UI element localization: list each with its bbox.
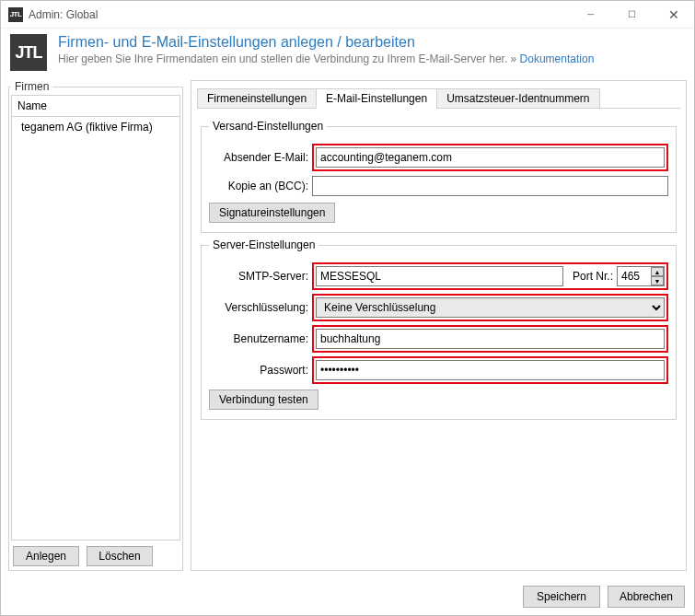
smtp-label: SMTP-Server: <box>209 270 312 283</box>
footer: Speichern Abbrechen <box>1 578 694 615</box>
window-title: Admin: Global <box>29 8 570 21</box>
titlebar: JTL Admin: Global ─ ☐ ✕ <box>1 1 694 29</box>
main-panel: Firmeneinstellungen E-Mail-Einstellungen… <box>191 80 687 571</box>
column-header-name[interactable]: Name <box>11 95 180 117</box>
sender-email-input[interactable] <box>316 147 665 168</box>
smtp-server-input[interactable] <box>316 266 563 286</box>
versand-group: Versand-Einstellungen Absender E-Mail: K… <box>201 120 677 233</box>
tab-bar: Firmeneinstellungen E-Mail-Einstellungen… <box>197 87 680 109</box>
tab-pane-email: Versand-Einstellungen Absender E-Mail: K… <box>197 109 680 564</box>
password-input[interactable] <box>316 360 665 380</box>
password-label: Passwort: <box>209 364 312 377</box>
window: JTL Admin: Global ─ ☐ ✕ JTL Firmen- und … <box>0 0 695 616</box>
page-title: Firmen- und E-Mail-Einstellungen anlegen… <box>58 34 594 51</box>
server-legend: Server-Einstellungen <box>209 238 319 251</box>
bcc-input[interactable] <box>312 176 668 196</box>
maximize-button[interactable]: ☐ <box>611 1 653 28</box>
documentation-link[interactable]: Dokumentation <box>520 52 595 65</box>
sidebar: Firmen Name teganem AG (fiktive Firma) A… <box>8 80 183 571</box>
sidebar-group: Firmen Name teganem AG (fiktive Firma) A… <box>8 80 183 571</box>
close-button[interactable]: ✕ <box>653 1 694 28</box>
bcc-label: Kopie an (BCC): <box>209 180 312 192</box>
app-icon: JTL <box>8 7 23 22</box>
sender-email-label: Absender E-Mail: <box>209 151 312 164</box>
server-group: Server-Einstellungen SMTP-Server: Port N… <box>201 238 677 420</box>
sidebar-legend: Firmen <box>11 80 52 93</box>
tab-email-einstellungen[interactable]: E-Mail-Einstellungen <box>316 88 437 109</box>
test-connection-button[interactable]: Verbindung testen <box>209 389 319 410</box>
list-item[interactable]: teganem AG (fiktive Firma) <box>12 117 180 137</box>
delete-button[interactable]: Löschen <box>87 546 153 566</box>
tab-ust-id[interactable]: Umsatzsteuer-Identnummern <box>436 88 599 109</box>
logo-icon: JTL <box>10 34 47 71</box>
encryption-label: Verschlüsselung: <box>209 301 312 314</box>
signature-settings-button[interactable]: Signatureinstellungen <box>209 203 335 223</box>
username-input[interactable] <box>316 329 665 349</box>
port-spin-down[interactable]: ▼ <box>651 276 664 285</box>
versand-legend: Versand-Einstellungen <box>209 120 327 133</box>
port-spin-up[interactable]: ▲ <box>651 267 664 276</box>
header: JTL Firmen- und E-Mail-Einstellungen anl… <box>1 29 694 80</box>
port-label: Port Nr.: <box>567 270 613 283</box>
add-button[interactable]: Anlegen <box>13 546 79 566</box>
username-label: Benutzername: <box>209 332 312 345</box>
encryption-select[interactable]: Keine Verschlüsselung <box>316 297 665 318</box>
page-subtitle: Hier geben Sie Ihre Firmendaten ein und … <box>58 52 594 65</box>
minimize-button[interactable]: ─ <box>570 1 611 28</box>
save-button[interactable]: Speichern <box>523 586 600 608</box>
company-list[interactable]: teganem AG (fiktive Firma) <box>11 117 180 540</box>
cancel-button[interactable]: Abbrechen <box>608 586 685 608</box>
tab-firmeneinstellungen[interactable]: Firmeneinstellungen <box>197 88 317 109</box>
